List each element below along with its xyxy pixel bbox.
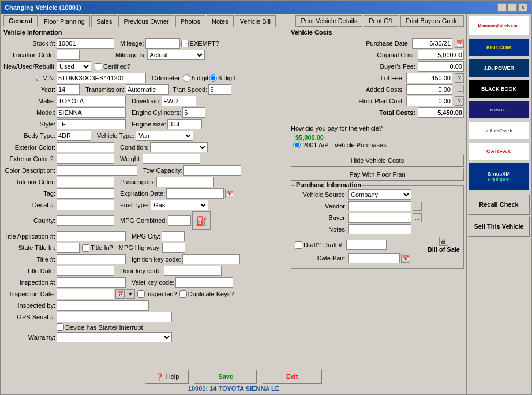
exp-date-input[interactable]	[166, 188, 224, 199]
date-paid-calendar-button[interactable]: 📅	[401, 254, 410, 263]
starter-interrupt-checkbox[interactable]	[57, 323, 64, 331]
floor-plan-cost-input[interactable]	[406, 96, 452, 106]
vin-input[interactable]	[57, 73, 146, 83]
county-input[interactable]	[57, 215, 114, 226]
print-gl-button[interactable]: Print G/L	[364, 15, 399, 27]
recall-check-button[interactable]: Recall Check	[468, 194, 530, 215]
model-input[interactable]	[57, 107, 126, 118]
hide-costs-button[interactable]: Hide Vehicle Costs	[291, 154, 464, 167]
exempt-checkbox[interactable]	[181, 40, 189, 47]
tag-input[interactable]	[57, 188, 114, 199]
original-cost-input[interactable]	[418, 50, 464, 60]
mpg-city-input[interactable]	[162, 231, 185, 241]
inspection-date-calendar-button[interactable]: 📅	[115, 289, 125, 299]
save-button[interactable]: Save	[194, 369, 257, 384]
title-date-input[interactable]	[57, 266, 114, 276]
black-book-box[interactable]: BLACK BOOK	[468, 80, 530, 98]
duplicate-keys-checkbox[interactable]	[179, 290, 187, 298]
lot-fee-input[interactable]	[406, 73, 452, 83]
inspection-date-extra-button[interactable]: ▼	[126, 289, 135, 299]
warranty-select[interactable]	[57, 332, 172, 342]
title-app-input[interactable]	[57, 231, 126, 241]
tow-cap-input[interactable]	[183, 165, 241, 176]
certified-checkbox[interactable]	[95, 63, 102, 70]
new-used-select[interactable]: Used	[57, 61, 91, 72]
vehicle-type-select[interactable]: Van	[136, 131, 193, 141]
tab-vehicle-bill[interactable]: Vehicle Bill	[235, 15, 276, 27]
inspected-by-input[interactable]	[57, 300, 149, 311]
sirius-box[interactable]: SiriusXM Equipped	[468, 163, 530, 191]
mpg-combined-input[interactable]	[168, 215, 191, 226]
valet-key-input[interactable]	[175, 277, 233, 288]
ext-color-input[interactable]	[57, 142, 114, 152]
fuel-type-select[interactable]: Gas	[151, 200, 208, 210]
state-title-input[interactable]	[57, 243, 80, 253]
fuel-icon-button[interactable]: ⛽	[192, 211, 211, 230]
ext-color2-input[interactable]	[57, 154, 114, 164]
buyers-fee-input[interactable]	[418, 61, 464, 72]
help-button[interactable]: ❓ Help	[145, 369, 190, 384]
added-costs-input[interactable]	[406, 84, 452, 95]
condition-select[interactable]	[150, 142, 208, 152]
lot-fee-question-button[interactable]: ?	[455, 73, 464, 83]
minimize-button[interactable]: _	[497, 3, 507, 12]
transmission-input[interactable]	[126, 84, 169, 95]
tran-speed-input[interactable]	[208, 84, 231, 95]
location-input[interactable]	[57, 50, 80, 60]
color-desc-input[interactable]	[57, 165, 137, 176]
title-in-checkbox[interactable]	[82, 244, 89, 252]
close-button[interactable]: X	[518, 3, 527, 12]
tab-photos[interactable]: Photos	[175, 15, 205, 27]
print-vehicle-details-button[interactable]: Print Vehicle Details	[295, 15, 362, 27]
tab-general[interactable]: General	[3, 15, 38, 27]
vendor-ellipsis-button[interactable]: ...	[413, 202, 422, 211]
payment-source-radio[interactable]	[293, 141, 301, 148]
tab-notes[interactable]: Notes	[207, 15, 234, 27]
buyer-ellipsis-button[interactable]: ...	[413, 213, 422, 222]
pay-floor-button[interactable]: Pay With Floor Plan	[291, 168, 464, 181]
autocheck-box[interactable]: ✓AutoCheck	[468, 121, 530, 140]
style-input[interactable]	[57, 119, 126, 129]
draft-checkbox[interactable]	[295, 241, 302, 249]
odometer-6-radio[interactable]	[209, 74, 217, 82]
body-type-input[interactable]	[57, 131, 91, 141]
engine-cyl-input[interactable]	[182, 107, 205, 118]
carfax-box[interactable]: CARFAX	[468, 142, 530, 161]
mileage-input[interactable]	[145, 38, 180, 49]
print-buyers-guide-button[interactable]: Print Buyers Guide	[400, 15, 464, 27]
weight-input[interactable]	[143, 154, 200, 164]
gps-input[interactable]	[57, 312, 172, 322]
mileage-is-select[interactable]: Actual	[147, 50, 205, 60]
mpg-hwy-input[interactable]	[162, 243, 185, 253]
decal-input[interactable]	[57, 200, 114, 210]
total-costs-input[interactable]	[418, 107, 464, 118]
title-num-input[interactable]	[57, 254, 126, 264]
engine-size-input[interactable]	[167, 119, 202, 129]
door-key-input[interactable]	[164, 266, 222, 276]
purchase-date-input[interactable]	[412, 38, 452, 49]
interior-color-input[interactable]	[57, 177, 114, 187]
make-input[interactable]	[57, 96, 126, 106]
exit-button[interactable]: Exit	[262, 369, 322, 384]
nmvtis-box[interactable]: NMVTIS	[468, 100, 530, 119]
tab-previous-owner[interactable]: Previous Owner	[118, 15, 174, 27]
date-paid-input[interactable]	[348, 253, 400, 263]
maximize-button[interactable]: □	[508, 3, 517, 12]
year-input[interactable]	[57, 84, 80, 95]
passengers-input[interactable]	[156, 177, 214, 187]
ignition-key-input[interactable]	[182, 254, 240, 264]
purchase-date-calendar-button[interactable]: 📅	[455, 39, 464, 48]
vehicle-source-select[interactable]: Company	[348, 189, 411, 200]
stock-input[interactable]	[57, 38, 114, 49]
sell-vehicle-button[interactable]: Sell This Vehicle	[468, 216, 530, 237]
tab-sales[interactable]: Sales	[91, 15, 118, 27]
draft-num-input[interactable]	[346, 240, 387, 250]
drivetrain-input[interactable]	[162, 96, 196, 106]
inspected-checkbox[interactable]	[137, 290, 145, 298]
added-costs-ellipsis-button[interactable]: ...	[455, 85, 464, 94]
odometer-5-radio[interactable]	[183, 74, 190, 82]
monroney-logo-box[interactable]: MonroneyLabels.com	[468, 15, 530, 36]
jd-power-box[interactable]: J.D. POWER	[468, 59, 530, 77]
vendor-input[interactable]	[348, 201, 411, 211]
buyer-input[interactable]	[348, 213, 411, 223]
